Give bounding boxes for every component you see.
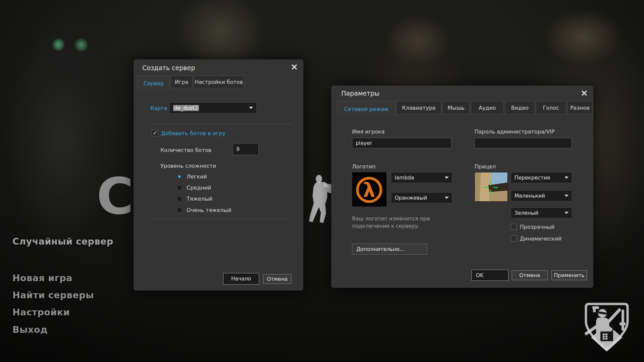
tab-game[interactable]: Игра: [171, 75, 192, 88]
crosshair-size-dropdown[interactable]: Маленький: [511, 190, 572, 201]
difficulty-radio-easy[interactable]: [177, 174, 182, 179]
separator: [151, 219, 292, 219]
map-label: Карта: [150, 105, 167, 111]
chevron-down-icon: [564, 212, 568, 214]
tab-server[interactable]: Сервер: [138, 75, 170, 91]
crosshair-dynamic-checkbox[interactable]: [511, 236, 517, 242]
start-button[interactable]: Начало: [223, 273, 259, 285]
add-bots-checkbox[interactable]: [152, 130, 158, 136]
crosshair-transparent-checkbox[interactable]: [511, 224, 517, 230]
create-server-dialog: Создать сервер × Сервер Игра Настройки б…: [134, 59, 303, 291]
create-server-tabs: Сервер Игра Настройки ботов: [138, 75, 244, 91]
map-dropdown[interactable]: de_dust2: [169, 102, 257, 113]
tab-network-mode[interactable]: Сетевой режим: [337, 101, 395, 117]
cancel-button[interactable]: Отмена: [263, 274, 291, 284]
logo-dropdown[interactable]: lambda: [391, 172, 452, 183]
difficulty-medium-label[interactable]: Средний: [187, 185, 211, 191]
crosshair-type-dropdown[interactable]: Перекрестие: [511, 172, 572, 183]
tab-keyboard[interactable]: Клавиатура: [396, 101, 441, 114]
menu-item-settings[interactable]: Настройки: [12, 307, 70, 317]
tab-misc[interactable]: Разное: [567, 101, 593, 114]
admin-password-input[interactable]: [475, 138, 572, 148]
crosshair-size-selected-value: Маленький: [514, 193, 545, 199]
difficulty-radio-medium[interactable]: [177, 185, 182, 191]
menu-item-find-servers[interactable]: Найти серверы: [12, 290, 94, 300]
logo-note-line1: Ваш логотип изменится при: [352, 215, 430, 222]
admin-password-label: Пароль администратора/VIP: [475, 128, 555, 135]
cancel-button[interactable]: Отмена: [512, 270, 548, 280]
crosshair-preview-image: [475, 172, 508, 202]
tab-voice[interactable]: Голос: [536, 101, 566, 114]
tab-video[interactable]: Видео: [505, 101, 535, 114]
background-cs-letter: C: [97, 171, 132, 221]
chevron-down-icon: [445, 197, 449, 199]
chevron-down-icon: [445, 176, 449, 179]
bot-count-label: Количество ботов: [160, 147, 211, 153]
menu-item-exit[interactable]: Выход: [12, 324, 48, 335]
logo-note: Ваш логотип изменится при подключении к …: [352, 215, 430, 230]
tab-mouse[interactable]: Мышь: [442, 101, 470, 114]
crosshair-transparent-label[interactable]: Прозрачный: [520, 224, 554, 230]
create-server-dialog-title: Создать сервер: [142, 64, 195, 71]
player-name-input[interactable]: [352, 138, 451, 148]
tab-audio[interactable]: Аудио: [471, 101, 504, 114]
logo-color-selected-value: Оранжевый: [395, 195, 427, 201]
crosshair-type-selected-value: Перекрестие: [514, 175, 550, 181]
difficulty-expert-label[interactable]: Очень тяжелый: [187, 207, 231, 213]
game-menu-screen: C Случайный сервер Новая игра Найти серв…: [0, 0, 644, 362]
map-selected-value: de_dust2: [173, 105, 199, 111]
add-bots-label[interactable]: Добавить ботов в игру: [161, 130, 226, 137]
logo-selected-value: lambda: [395, 175, 414, 181]
difficulty-easy-label[interactable]: Легкий: [187, 173, 207, 180]
crosshair-dynamic-label[interactable]: Динамический: [520, 236, 561, 242]
crosshair-color-dropdown[interactable]: Зеленый: [511, 207, 572, 218]
logo-section-label: Логотип: [352, 163, 376, 170]
chevron-down-icon: [564, 195, 568, 197]
difficulty-radio-hard[interactable]: [177, 196, 182, 202]
options-tabs: Сетевой режим Клавиатура Мышь Аудио Виде…: [337, 101, 593, 117]
crosshair-color-selected-value: Зеленый: [514, 210, 538, 216]
svg-text:λ: λ: [363, 179, 376, 202]
advanced-button[interactable]: Дополнительно...: [352, 244, 427, 255]
menu-item-new-game[interactable]: Новая игра: [12, 273, 72, 283]
chevron-down-icon: [564, 176, 568, 179]
difficulty-label: Уровень сложности: [160, 163, 216, 169]
logo-color-dropdown[interactable]: Оранжевый: [391, 192, 452, 203]
close-icon[interactable]: ×: [290, 62, 298, 71]
separator: [151, 124, 292, 124]
menu-item-random-server[interactable]: Случайный сервер: [12, 236, 113, 247]
apply-button[interactable]: Применить: [551, 270, 587, 280]
lambda-logo-image: λ: [352, 172, 387, 207]
difficulty-radio-expert[interactable]: [177, 207, 182, 213]
chevron-down-icon: [249, 107, 253, 109]
difficulty-hard-label[interactable]: Тяжелый: [187, 196, 212, 202]
options-dialog: Параметры × Сетевой режим Клавиатура Мыш…: [331, 86, 593, 288]
close-icon[interactable]: ×: [580, 88, 588, 97]
tab-bot-settings[interactable]: Настройки ботов: [193, 75, 244, 88]
bot-count-input[interactable]: [233, 143, 259, 155]
cs-shield-emblem-logo: [582, 300, 632, 353]
options-dialog-title: Параметры: [341, 90, 380, 97]
logo-note-line2: подключении к серверу.: [352, 222, 430, 230]
player-name-label: Имя игрока: [352, 128, 385, 135]
crosshair-section-label: Прицел: [475, 163, 496, 170]
ok-button[interactable]: OK: [472, 270, 508, 281]
